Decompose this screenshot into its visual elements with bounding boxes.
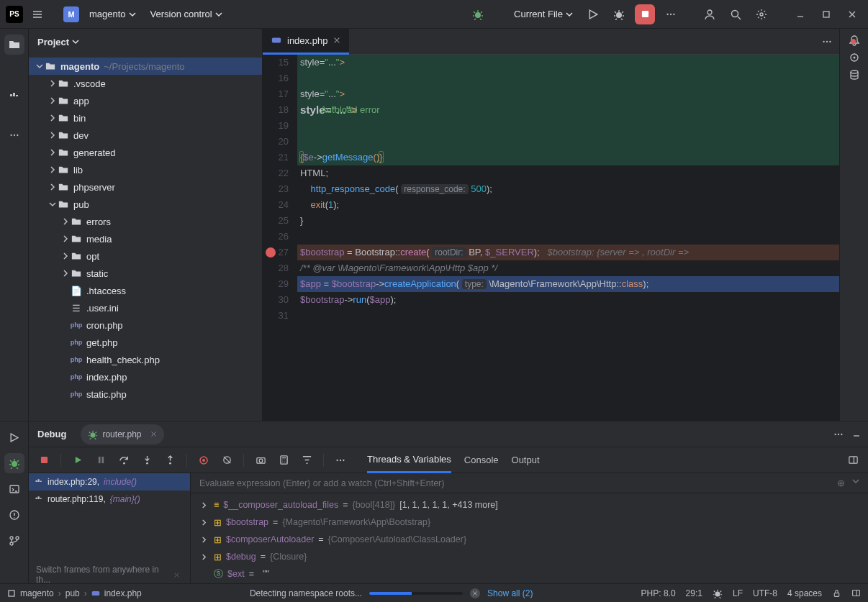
stop-button[interactable] [635,4,655,24]
run-config-selector[interactable]: Current File [510,6,577,22]
window-close-icon[interactable] [842,4,862,24]
step-over-button[interactable] [114,451,133,470]
status-caret[interactable]: 29:1 [686,588,702,598]
tree-item[interactable]: phpstatic.php [29,386,262,403]
status-extra-icon[interactable] [851,588,861,598]
variables-pane: Evaluate expression (Enter) or add a wat… [191,473,868,583]
frame-row[interactable]: router.php:119, {main}() [29,491,190,508]
tree-item[interactable]: phpserver [29,178,262,196]
tree-item[interactable]: phphealth_check.php [29,351,262,368]
debug-left-rail [0,421,29,583]
snapshot-button[interactable] [251,451,270,470]
debug-hide-icon[interactable] [852,429,861,439]
debug-more-icon[interactable] [833,429,844,439]
tree-item[interactable]: errors [29,213,262,230]
calculator-button[interactable] [274,451,293,470]
project-tool-icon[interactable] [4,35,24,55]
status-encoding[interactable]: UTF-8 [753,588,777,598]
project-panel-header[interactable]: Project [29,29,262,55]
debug-config-tab[interactable]: router.php [81,424,163,444]
step-into-button[interactable] [137,451,156,470]
project-menu[interactable]: magento [85,6,140,22]
variable-row[interactable]: ⊞ $debug = {Closure} [191,548,868,565]
evaluate-input[interactable]: Evaluate expression (Enter) or add a wat… [191,473,868,493]
main-menu-button[interactable] [29,6,46,23]
status-indent[interactable]: 4 spaces [787,588,822,598]
view-breakpoints-button[interactable] [194,451,213,470]
project-tree[interactable]: magento~/Projects/magento.vscodeappbinde… [29,55,262,421]
code-with-me-icon[interactable] [700,4,720,24]
add-watch-icon[interactable]: ⊕ [837,478,845,488]
run-tool-icon[interactable] [4,427,24,447]
tree-item[interactable]: opt [29,247,262,265]
terminal-tool-icon[interactable] [4,479,24,499]
debug-listen-icon[interactable] [468,4,488,24]
tree-item[interactable]: phpcron.php [29,316,262,334]
settings-icon[interactable] [751,4,772,24]
tab-console[interactable]: Console [464,447,499,473]
step-out-button[interactable] [161,451,179,470]
hint-close-icon[interactable] [173,572,180,578]
tab-output[interactable]: Output [512,447,540,473]
cancel-task-icon[interactable] [470,588,480,598]
debug-tool-icon[interactable] [4,453,24,473]
vcs-menu[interactable]: Version control [146,6,227,22]
search-everywhere-icon[interactable] [725,4,746,24]
ai-assistant-icon[interactable] [849,52,860,63]
svg-point-30 [202,459,205,462]
debug-button[interactable] [609,4,629,24]
tree-item[interactable]: .vscode [29,75,262,92]
editor[interactable]: Indexing... 1516171819202122232425262728… [263,55,839,421]
show-all-tasks[interactable]: Show all (2) [487,588,533,598]
debug-config-close-icon[interactable] [150,431,157,437]
progress-bar [369,592,463,595]
window-minimize-icon[interactable] [790,4,810,24]
variable-row[interactable]: ≡ $__composer_autoload_files = {bool[418… [191,496,868,514]
tree-item[interactable]: generated [29,144,262,161]
more-tools-icon[interactable] [4,125,24,145]
debug-title[interactable]: Debug [29,421,75,447]
tree-item[interactable]: app [29,92,262,109]
window-maximize-icon[interactable] [816,4,836,24]
tab-threads-vars[interactable]: Threads & Variables [367,447,451,473]
tab-close-icon[interactable] [333,37,340,44]
tree-item[interactable]: dev [29,127,262,144]
tree-item[interactable]: bin [29,109,262,127]
tree-item[interactable]: ☰.user.ini [29,299,262,316]
variable-row[interactable]: ⊞ $bootstrap = {Magento\Framework\App\Bo… [191,514,868,531]
vcs-tool-icon[interactable] [4,531,24,551]
variable-row[interactable]: ⓢ $ext = "" [191,565,868,583]
notifications-icon[interactable] [849,35,860,46]
run-more-icon[interactable] [661,4,681,24]
debug-toolbar: Threads & Variables Console Output [29,447,868,473]
status-line-sep[interactable]: LF [733,588,743,598]
editor-tabs-more-icon[interactable] [815,37,839,47]
variable-row[interactable]: ⊞ $composerAutoloader = {Composer\Autolo… [191,531,868,548]
expand-vars-icon[interactable] [852,478,859,488]
resume-button[interactable] [68,451,87,470]
debug-layout-button[interactable] [844,451,862,470]
run-button[interactable] [583,4,603,24]
tree-item[interactable]: 📄.htaccess [29,282,262,299]
tree-item[interactable]: static [29,265,262,282]
tree-item[interactable]: phpindex.php [29,368,262,386]
status-listen-icon[interactable] [713,588,723,598]
status-readonly-icon[interactable] [832,588,841,598]
structure-tool-icon[interactable] [4,86,24,106]
status-php[interactable]: PHP: 8.0 [641,588,676,598]
debug-tool-more-icon[interactable] [331,451,350,470]
tree-item[interactable]: pub [29,196,262,213]
debug-filter-button[interactable] [297,451,316,470]
editor-tab-index[interactable]: index.php [263,29,349,55]
database-icon[interactable] [849,69,860,81]
tree-item[interactable]: media [29,230,262,247]
frame-row[interactable]: index.php:29, include() [29,473,190,491]
project-panel: Project magento~/Projects/magento.vscode… [29,29,263,421]
problems-tool-icon[interactable] [4,505,24,525]
mute-breakpoints-button[interactable] [217,451,236,470]
tree-item[interactable]: lib [29,161,262,178]
pause-button[interactable] [91,451,110,470]
stop-session-button[interactable] [35,451,53,470]
tree-item[interactable]: phpget.php [29,334,262,351]
breadcrumb[interactable]: magento› pub› index.php [7,588,142,598]
